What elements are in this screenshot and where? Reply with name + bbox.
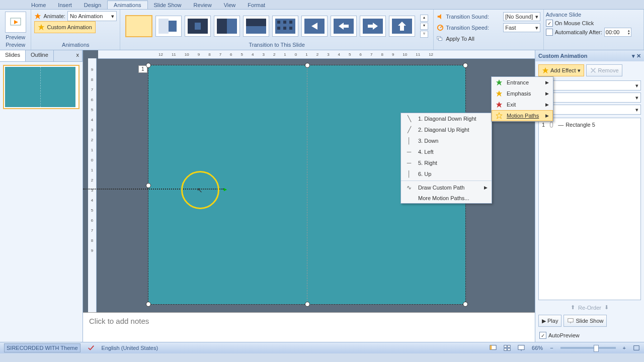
tab-home[interactable]: Home — [25, 1, 52, 9]
view-normal-icon[interactable] — [490, 344, 497, 351]
path-icon: — — [558, 122, 562, 128]
animate-label: Animate: — [43, 13, 65, 19]
resize-handle[interactable] — [146, 63, 151, 68]
menu-emphasis[interactable]: Emphasis▶ — [492, 88, 553, 99]
resize-handle[interactable] — [463, 302, 468, 307]
resize-handle[interactable] — [305, 63, 310, 68]
resize-handle[interactable] — [305, 302, 310, 307]
emphasis-icon — [496, 90, 503, 97]
tab-review[interactable]: Review — [188, 1, 218, 9]
transition-item[interactable] — [272, 16, 298, 37]
play-button[interactable]: ▶ Play — [538, 315, 561, 327]
transition-item[interactable] — [360, 16, 386, 37]
modify-speed-dropdown[interactable]: ▾ — [538, 105, 641, 115]
anim-item-number: 1 — [542, 122, 545, 128]
apply-all-icon — [437, 35, 444, 42]
add-effect-button[interactable]: Add Effect▾ — [538, 64, 584, 76]
pane-close-icon[interactable]: ✕ — [636, 53, 641, 59]
transition-item[interactable] — [155, 16, 182, 37]
modify-start-dropdown[interactable]: ▾ — [538, 80, 641, 90]
transition-sound-dropdown[interactable]: [No Sound]▾ — [503, 12, 540, 21]
transition-item[interactable] — [331, 16, 357, 37]
tab-view[interactable]: View — [218, 1, 242, 9]
motion-path-icon — [496, 112, 503, 119]
motion-paths-submenu: ╲1. Diagonal Down Right ╱2. Diagonal Up … — [400, 113, 492, 204]
svg-rect-7 — [195, 23, 201, 30]
transition-sound-value: [No Sound] — [505, 14, 533, 20]
transition-item[interactable] — [301, 16, 328, 37]
status-language[interactable]: English (United States) — [102, 345, 158, 351]
slides-tab[interactable]: Slides — [0, 50, 26, 61]
resize-handle[interactable] — [146, 183, 151, 188]
svg-rect-46 — [504, 345, 507, 347]
tab-slideshow[interactable]: Slide Show — [148, 1, 188, 9]
spellcheck-icon[interactable] — [88, 344, 95, 351]
path-left[interactable]: ─4. Left — [401, 146, 492, 157]
menu-motion-paths[interactable]: Motion Paths▶ — [492, 110, 553, 121]
notes-pane[interactable]: Click to add notes — [83, 312, 535, 342]
transition-item[interactable] — [389, 16, 415, 37]
path-down[interactable]: │3. Down — [401, 135, 492, 146]
svg-marker-43 — [496, 113, 502, 119]
svg-rect-49 — [508, 348, 510, 350]
tab-format[interactable]: Format — [242, 1, 271, 9]
resize-handle[interactable] — [146, 302, 151, 307]
autopreview-checkbox[interactable]: ✓ — [539, 332, 546, 339]
zoom-in[interactable]: + — [623, 345, 626, 351]
svg-marker-40 — [496, 79, 502, 85]
transition-speed-dropdown[interactable]: Fast▾ — [503, 23, 540, 32]
menu-entrance[interactable]: Entrance▶ — [492, 77, 553, 88]
animate-dropdown[interactable]: No Animation▾ — [67, 11, 117, 21]
outline-tab[interactable]: Outline — [26, 50, 54, 61]
transition-item[interactable] — [214, 16, 240, 37]
reorder-down[interactable]: ⬇ — [604, 304, 609, 311]
svg-rect-14 — [283, 21, 286, 24]
transition-item[interactable] — [185, 16, 211, 37]
svg-rect-45 — [490, 345, 492, 350]
on-click-label: On Mouse Click — [555, 20, 594, 26]
slideshow-button[interactable]: Slide Show — [564, 315, 607, 327]
path-up[interactable]: │6. Up — [401, 168, 492, 179]
animations-group-label: Animations — [34, 42, 117, 49]
zoom-slider[interactable] — [560, 347, 616, 349]
resize-handle[interactable] — [463, 63, 468, 68]
draw-custom-path[interactable]: ∿Draw Custom Path▶ — [401, 182, 492, 193]
transition-none[interactable] — [125, 15, 152, 37]
auto-after-spinner[interactable]: 00:00▴▾ — [604, 28, 631, 37]
menu-exit[interactable]: Exit▶ — [492, 99, 553, 110]
path-diagonal-down-right[interactable]: ╲1. Diagonal Down Right — [401, 113, 492, 124]
more-motion-paths[interactable]: More Motion Paths... — [401, 193, 492, 203]
path-diagonal-up-right[interactable]: ╱2. Diagonal Up Right — [401, 124, 492, 135]
view-slideshow-icon[interactable] — [518, 344, 525, 351]
preview-button[interactable] — [5, 12, 26, 33]
speed-icon — [437, 24, 444, 31]
panel-close[interactable]: x — [73, 50, 83, 61]
path-right[interactable]: ─5. Right — [401, 157, 492, 168]
menu-emphasis-label: Emphasis — [507, 90, 531, 97]
slide-thumbnail[interactable] — [3, 65, 79, 109]
chevron-down-icon: ▾ — [111, 13, 114, 20]
gallery-more[interactable]: ▿ — [420, 31, 428, 38]
zoom-value[interactable]: 66% — [532, 345, 543, 351]
reorder-up[interactable]: ⬆ — [571, 304, 575, 311]
tab-insert[interactable]: Insert — [52, 1, 78, 9]
tab-design[interactable]: Design — [78, 1, 107, 9]
animation-list-item[interactable]: 1 — Rectangle 5 — [541, 120, 638, 129]
tab-animations[interactable]: Animations — [107, 1, 147, 9]
mi-label: 3. Down — [418, 138, 438, 144]
on-click-checkbox[interactable]: ✓ — [546, 20, 553, 27]
auto-after-checkbox[interactable] — [546, 29, 553, 36]
status-theme: SIRECORDED WITH Theme — [4, 343, 80, 352]
modify-property-dropdown[interactable]: ▾ — [538, 93, 641, 103]
autopreview-label: AutoPreview — [548, 332, 580, 338]
custom-animation-button[interactable]: Custom Animation — [34, 21, 95, 33]
view-sorter-icon[interactable] — [504, 344, 511, 351]
pane-menu-icon[interactable]: ▾ — [632, 53, 635, 59]
fit-icon[interactable] — [633, 344, 640, 351]
transition-item[interactable] — [243, 16, 269, 37]
gallery-down[interactable]: ▾ — [420, 23, 428, 30]
apply-all-button[interactable]: Apply To All — [446, 36, 474, 42]
gallery-up[interactable]: ▴ — [420, 15, 428, 22]
remove-button[interactable]: Remove — [586, 64, 622, 76]
zoom-out[interactable]: − — [550, 345, 553, 351]
